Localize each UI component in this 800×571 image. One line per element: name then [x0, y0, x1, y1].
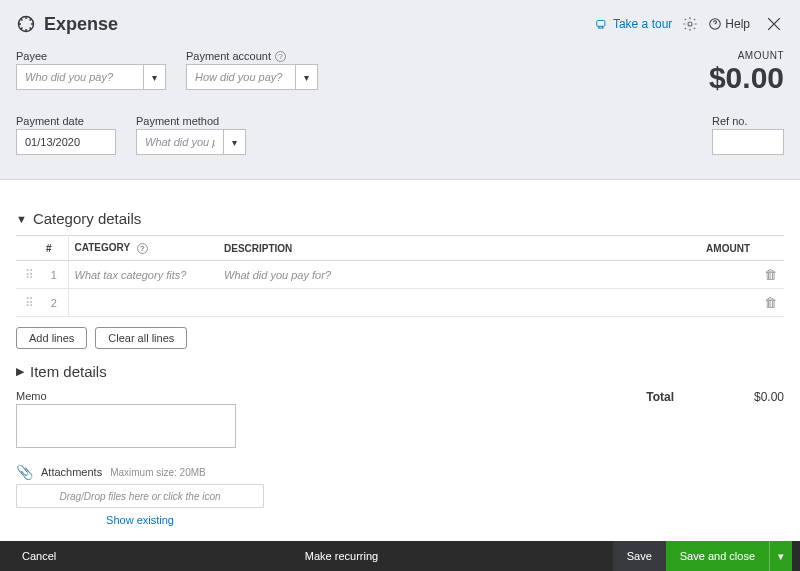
payee-dropdown-button[interactable]: ▾ [144, 64, 166, 90]
items-toggle[interactable]: ▶ [16, 365, 24, 378]
expense-icon [16, 14, 36, 34]
col-amount: AMOUNT [676, 236, 756, 261]
payee-input[interactable] [16, 64, 144, 90]
payment-date-label: Payment date [16, 115, 116, 127]
save-and-close-dropdown[interactable]: ▾ [769, 541, 792, 571]
help-label: Help [725, 17, 750, 31]
attachment-dropzone[interactable]: Drag/Drop files here or click the icon [16, 484, 264, 508]
clear-lines-button[interactable]: Clear all lines [95, 327, 187, 349]
total-label: Total [646, 390, 674, 404]
help-icon [708, 17, 722, 31]
col-num: # [40, 236, 68, 261]
payment-method-input[interactable] [136, 129, 224, 155]
header-panel: Expense Take a tour Help Payee [0, 0, 800, 180]
amount-cell[interactable] [676, 261, 756, 289]
category-section-title: Category details [33, 210, 141, 227]
make-recurring-button[interactable]: Make recurring [70, 541, 612, 571]
delete-row-button[interactable]: 🗑 [764, 267, 777, 282]
category-toggle[interactable]: ▼ [16, 213, 27, 225]
table-row[interactable]: ⠿ 1 What tax category fits? What did you… [16, 261, 784, 289]
settings-button[interactable] [682, 16, 698, 32]
info-icon[interactable]: ? [275, 51, 286, 62]
footer-bar: Cancel Make recurring Save Save and clos… [0, 541, 800, 571]
payment-date-input[interactable] [16, 129, 116, 155]
table-row[interactable]: ⠿ 2 🗑 [16, 289, 784, 317]
memo-textarea[interactable] [16, 404, 236, 448]
delete-row-button[interactable]: 🗑 [764, 295, 777, 310]
ref-no-input[interactable] [712, 129, 784, 155]
category-table: # CATEGORY ? DESCRIPTION AMOUNT ⠿ 1 What… [16, 235, 784, 317]
category-cell[interactable]: What tax category fits? [69, 269, 187, 281]
tour-icon [595, 17, 609, 31]
attachment-icon[interactable]: 📎 [16, 464, 33, 480]
amount-cell[interactable] [676, 289, 756, 317]
drag-handle-icon[interactable]: ⠿ [25, 296, 32, 310]
show-existing-link[interactable]: Show existing [16, 514, 264, 526]
attachments-note: Maximum size: 20MB [110, 467, 206, 478]
col-category: CATEGORY ? [68, 236, 218, 261]
items-section-title: Item details [30, 363, 107, 380]
payment-account-label: Payment account ? [186, 50, 318, 62]
payment-account-input[interactable] [186, 64, 296, 90]
total-value: $0.00 [734, 390, 784, 404]
payment-account-dropdown-button[interactable]: ▾ [296, 64, 318, 90]
save-and-close-button[interactable]: Save and close [666, 541, 769, 571]
close-icon [764, 14, 784, 34]
info-icon[interactable]: ? [137, 243, 148, 254]
gear-icon [682, 16, 698, 32]
help-button[interactable]: Help [708, 17, 750, 31]
drag-handle-icon[interactable]: ⠿ [25, 268, 32, 282]
description-cell[interactable]: What did you pay for? [218, 269, 331, 281]
attachments-label: Attachments [41, 466, 102, 478]
description-cell[interactable] [218, 297, 224, 309]
payment-method-label: Payment method [136, 115, 246, 127]
add-lines-button[interactable]: Add lines [16, 327, 87, 349]
payment-method-dropdown-button[interactable]: ▾ [224, 129, 246, 155]
svg-rect-1 [597, 21, 605, 27]
ref-no-label: Ref no. [712, 115, 784, 127]
cancel-button[interactable]: Cancel [8, 541, 70, 571]
category-cell[interactable] [69, 297, 75, 309]
col-description: DESCRIPTION [218, 236, 676, 261]
memo-label: Memo [16, 390, 236, 402]
amount-value: $0.00 [709, 61, 784, 95]
row-num: 2 [40, 289, 68, 317]
amount-label: AMOUNT [709, 50, 784, 61]
payee-label: Payee [16, 50, 166, 62]
page-title: Expense [44, 14, 118, 35]
svg-point-2 [688, 22, 692, 26]
save-button[interactable]: Save [613, 541, 666, 571]
take-tour-label: Take a tour [613, 17, 672, 31]
take-tour-link[interactable]: Take a tour [595, 17, 672, 31]
row-num: 1 [40, 261, 68, 289]
close-button[interactable] [764, 14, 784, 34]
